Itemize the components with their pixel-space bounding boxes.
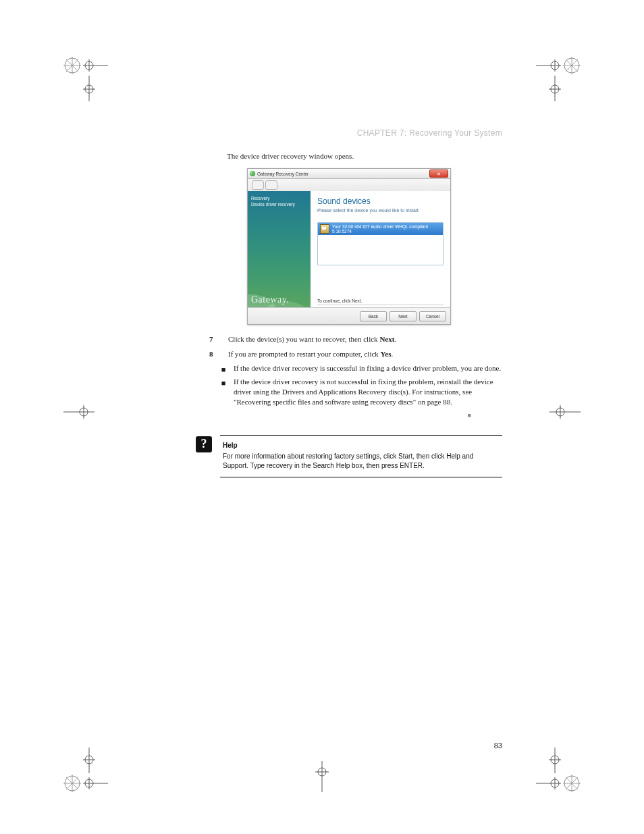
step-text-a: Click the device(s) you want to recover,…	[228, 335, 379, 343]
sidebar-item-recovery[interactable]: Recovery	[251, 195, 307, 201]
bullet-text: If the device driver recovery is not suc…	[234, 377, 502, 408]
bullet-1: ■ If the device driver recovery is succe…	[220, 363, 502, 373]
svg-point-33	[564, 776, 579, 791]
device-label: Your 32-bit x64 IDT audio driver WHQL co…	[332, 224, 441, 234]
device-icon	[320, 224, 329, 234]
svg-line-3	[66, 59, 78, 72]
svg-point-11	[564, 58, 579, 73]
wizard-footer: Back Next Cancel	[248, 307, 450, 324]
device-list[interactable]: Your 32-bit x64 IDT audio driver WHQL co…	[317, 222, 444, 265]
crop-mark-mid-right	[548, 398, 582, 425]
bullet-icon: ■	[220, 365, 227, 375]
step-text-c: .	[394, 335, 396, 343]
step-8: 8 If you are prompted to restart your co…	[209, 349, 502, 359]
titlebar: Gateway Recovery Center ✕	[248, 169, 450, 179]
svg-point-50	[318, 768, 326, 776]
help-icon: ?	[196, 436, 212, 452]
svg-line-14	[566, 59, 578, 72]
step-text-a: If you are prompted to restart your comp…	[228, 350, 381, 358]
nav-forward-button[interactable]	[265, 180, 277, 190]
crop-mark-bottom-right	[535, 746, 582, 793]
toolbar	[248, 179, 450, 192]
page-number: 83	[494, 741, 502, 750]
svg-point-22	[65, 776, 80, 791]
end-of-procedure-mark: ■	[196, 412, 471, 419]
step-text-b: Next	[379, 335, 394, 343]
help-block: ? Help For more information about restor…	[196, 435, 502, 478]
svg-line-25	[66, 777, 78, 789]
svg-point-27	[85, 779, 93, 787]
panel-heading: Sound devices	[317, 197, 444, 206]
intro-line: The device driver recovery window opens.	[227, 151, 502, 161]
svg-point-16	[551, 61, 559, 70]
crop-mark-top-left	[62, 55, 109, 103]
chapter-title: CHAPTER 7: Recovering Your System	[196, 128, 502, 138]
bullet-icon: ■	[220, 378, 227, 409]
close-button[interactable]: ✕	[429, 170, 448, 178]
help-text: For more information about restoring fac…	[223, 452, 473, 469]
sidebar-item-device-driver-recovery[interactable]: Device driver recovery	[251, 201, 307, 207]
sidebar: Recovery Device driver recovery Gateway.	[248, 191, 311, 308]
svg-point-41	[551, 756, 559, 764]
step-text-b: Yes	[381, 350, 392, 358]
crop-mark-center-bottom	[308, 760, 336, 793]
svg-point-19	[551, 85, 559, 93]
next-button[interactable]: Next	[390, 311, 417, 321]
step-number: 7	[209, 334, 221, 344]
bullet-text: If the device driver recovery is success…	[234, 363, 501, 373]
brand-logo: Gateway.	[251, 294, 289, 305]
step-number: 8	[209, 349, 221, 359]
svg-line-15	[566, 59, 578, 72]
svg-point-30	[85, 756, 93, 764]
svg-point-8	[85, 85, 93, 93]
svg-line-37	[566, 777, 578, 789]
cancel-button[interactable]: Cancel	[419, 311, 446, 321]
window-title: Gateway Recovery Center	[257, 172, 429, 176]
svg-line-26	[66, 777, 78, 789]
svg-point-0	[65, 58, 80, 73]
crop-mark-mid-left	[62, 398, 96, 425]
back-button[interactable]: Back	[360, 311, 387, 321]
svg-line-4	[66, 59, 78, 72]
svg-point-47	[556, 408, 564, 416]
svg-point-44	[80, 408, 88, 416]
panel-subtitle: Please select the device you would like …	[317, 208, 444, 213]
help-label: Help	[223, 441, 500, 450]
main-panel: Sound devices Please select the device y…	[311, 191, 450, 308]
device-list-item[interactable]: Your 32-bit x64 IDT audio driver WHQL co…	[318, 223, 443, 235]
step-7: 7 Click the device(s) you want to recove…	[209, 334, 502, 344]
nav-back-button[interactable]	[252, 180, 264, 190]
step-text-c: .	[391, 350, 393, 358]
svg-line-36	[566, 777, 578, 789]
recovery-center-window: Gateway Recovery Center ✕ Recovery Devic…	[247, 168, 451, 325]
continue-hint: To continue, click Next.	[317, 298, 444, 305]
app-icon	[250, 171, 255, 176]
crop-mark-bottom-left	[62, 746, 109, 793]
svg-point-5	[85, 61, 93, 70]
svg-point-38	[551, 779, 559, 787]
crop-mark-top-right	[535, 55, 582, 103]
bullet-2: ■ If the device driver recovery is not s…	[220, 377, 502, 408]
